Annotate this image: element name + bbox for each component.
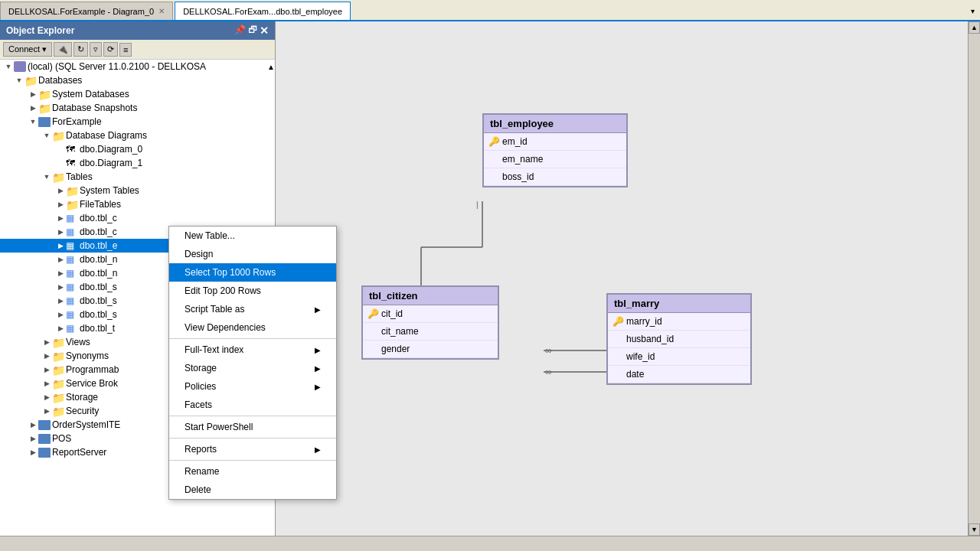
expand-db-diagrams[interactable]: ▼	[41, 132, 52, 139]
tree-item-db-diagrams[interactable]: ▼ 📁 Database Diagrams	[0, 129, 275, 142]
expand-forexample[interactable]: ▼	[28, 118, 38, 126]
expand-filetables[interactable]: ▶	[55, 201, 66, 208]
expand-server[interactable]: ▼	[3, 63, 14, 70]
tab-overflow-btn[interactable]: ▾	[965, 2, 980, 20]
ordersystem-label: OrderSystemITE	[52, 419, 120, 430]
col-cit-name: cit_name	[381, 326, 419, 337]
expand-reportserver[interactable]: ▶	[28, 448, 38, 456]
cm-item-policies[interactable]: Policies ▶	[169, 377, 336, 396]
oe-summary-btn[interactable]: ≡	[119, 43, 132, 57]
cm-reports-arrow: ▶	[315, 445, 321, 454]
oe-pin-icon[interactable]: 📌	[234, 24, 246, 37]
tree-item-forexample[interactable]: ▼ ForExample	[0, 115, 275, 129]
tree-item-databases[interactable]: ▼ 📁 Databases	[0, 73, 275, 87]
tree-item-system-db[interactable]: ▶ 📁 System Databases	[0, 87, 275, 101]
tab-tbl-employee[interactable]: DELLKOSAL.ForExam...dbo.tbl_employee	[175, 2, 351, 20]
table-icon-t: ▦	[66, 323, 78, 334]
cm-policies-label: Policies	[185, 381, 216, 392]
cm-item-powershell[interactable]: Start PowerShell	[169, 418, 336, 436]
cm-item-reports[interactable]: Reports ▶	[169, 440, 336, 458]
tree-item-tables[interactable]: ▼ 📁 Tables	[0, 170, 275, 184]
expand-tables[interactable]: ▼	[41, 173, 52, 181]
pk-icon-em-id: 🔑	[488, 136, 500, 147]
tree-item-diagram1[interactable]: 🗺 dbo.Diagram_1	[0, 156, 275, 170]
table-row-boss-id: boss_id	[484, 168, 626, 186]
cm-item-fulltext[interactable]: Full-Text index ▶	[169, 341, 336, 359]
expand-system-db[interactable]: ▶	[28, 90, 38, 98]
expand-synonyms[interactable]: ▶	[41, 352, 52, 360]
cm-item-delete[interactable]: Delete	[169, 481, 336, 499]
cm-item-new-table[interactable]: New Table...	[169, 227, 336, 245]
oe-sync-btn[interactable]: ⟳	[103, 42, 118, 57]
cm-item-rename[interactable]: Rename	[169, 462, 336, 481]
oe-disconnect-btn[interactable]: 🔌	[54, 42, 72, 57]
expand-tbl-c1[interactable]: ▶	[55, 214, 66, 222]
cm-item-select-top[interactable]: Select Top 1000 Rows	[169, 263, 336, 282]
expand-tbl-n2[interactable]: ▶	[55, 269, 66, 277]
scroll-down-btn[interactable]: ▼	[969, 523, 980, 536]
expand-db-snapshots[interactable]: ▶	[28, 104, 38, 112]
cm-item-edit-top[interactable]: Edit Top 200 Rows	[169, 282, 336, 300]
diagram-svg: ∞ | ∞ | ∞ |	[276, 21, 980, 536]
tab-diagram0[interactable]: DELLKOSAL.ForExample - Diagram_0 ✕	[0, 2, 173, 20]
storage-label: Storage	[66, 392, 98, 403]
tables-label: Tables	[66, 171, 93, 182]
cm-item-storage[interactable]: Storage ▶	[169, 359, 336, 377]
tree-item-sys-tables[interactable]: ▶ 📁 System Tables	[0, 184, 275, 197]
folder-icon-views: 📁	[52, 337, 64, 347]
svg-text:|: |	[476, 201, 479, 209]
expand-tbl-c2[interactable]: ▶	[55, 228, 66, 236]
oe-refresh-btn[interactable]: ↻	[74, 42, 88, 57]
table-row-date: date	[608, 366, 750, 383]
db-table-citizen[interactable]: tbl_citizen 🔑 cit_id cit_name gender	[361, 285, 499, 360]
scroll-track[interactable]	[969, 34, 980, 523]
expand-tbl-e[interactable]: ▶	[55, 242, 66, 249]
expand-security[interactable]: ▶	[41, 407, 52, 415]
tree-item-db-snapshots[interactable]: ▶ 📁 Database Snapshots	[0, 101, 275, 115]
db-table-marry[interactable]: tbl_marry 🔑 marry_id husband_id wife_id …	[606, 293, 752, 385]
connect-button[interactable]: Connect ▾	[3, 42, 52, 57]
expand-ordersystem[interactable]: ▶	[28, 421, 38, 429]
cm-rename-label: Rename	[185, 466, 219, 477]
tree-item-tbl-c1[interactable]: ▶ ▦ dbo.tbl_c	[0, 211, 275, 225]
main-layout: DELLKOSAL.ForExample - Diagram_0 ✕ DELLK…	[0, 0, 980, 551]
tree-item-diagram0[interactable]: 🗺 dbo.Diagram_0	[0, 142, 275, 156]
cm-item-script-table[interactable]: Script Table as ▶	[169, 300, 336, 318]
expand-pos[interactable]: ▶	[28, 435, 38, 442]
expand-tbl-s1[interactable]: ▶	[55, 283, 66, 291]
tree-item-server[interactable]: ▼ (local) (SQL Server 11.0.2100 - DELLKO…	[0, 60, 275, 73]
diagram1-label: dbo.Diagram_1	[80, 158, 142, 168]
expand-storage[interactable]: ▶	[41, 393, 52, 401]
sys-tables-label: System Tables	[80, 185, 139, 196]
table-row-wife-id: wife_id	[608, 348, 750, 366]
db-table-employee[interactable]: tbl_employee 🔑 em_id em_name boss_id	[482, 113, 628, 187]
oe-float-icon[interactable]: 🗗	[248, 24, 257, 37]
servicebroker-label: Service Brok	[66, 378, 118, 389]
col-wife-id: wife_id	[626, 351, 655, 362]
expand-sys-tables[interactable]: ▶	[55, 187, 66, 194]
tbl-s2-label: dbo.tbl_s	[80, 295, 117, 306]
db-diagrams-label: Database Diagrams	[66, 130, 147, 141]
expand-views[interactable]: ▶	[41, 338, 52, 346]
folder-icon-db-diagrams: 📁	[52, 130, 64, 141]
expand-databases[interactable]: ▼	[14, 77, 24, 84]
tab-tbl-employee-label: DELLKOSAL.ForExam...dbo.tbl_employee	[183, 7, 342, 16]
diagram0-label: dbo.Diagram_0	[80, 144, 142, 155]
cm-item-facets[interactable]: Facets	[169, 396, 336, 414]
expand-tbl-s2[interactable]: ▶	[55, 297, 66, 305]
cm-item-design[interactable]: Design	[169, 245, 336, 263]
oe-close-icon[interactable]: ✕	[260, 24, 269, 37]
tab-close-diagram0[interactable]: ✕	[158, 7, 165, 15]
cm-item-view-deps[interactable]: View Dependencies	[169, 318, 336, 337]
scroll-up-btn[interactable]: ▲	[969, 21, 980, 34]
expand-tbl-t[interactable]: ▶	[55, 324, 66, 332]
oe-filter-btn[interactable]: ▿	[90, 42, 102, 57]
col-em-name: em_name	[502, 154, 543, 165]
cm-reports-label: Reports	[185, 444, 217, 455]
diagram-area[interactable]: ∞ | ∞ | ∞ | tbl_employee 🔑 em_id	[276, 21, 980, 536]
expand-tbl-n1[interactable]: ▶	[55, 256, 66, 263]
expand-programmab[interactable]: ▶	[41, 366, 52, 373]
tree-item-filetables[interactable]: ▶ 📁 FileTables	[0, 197, 275, 211]
expand-servicebroker[interactable]: ▶	[41, 380, 52, 387]
expand-tbl-s3[interactable]: ▶	[55, 311, 66, 318]
